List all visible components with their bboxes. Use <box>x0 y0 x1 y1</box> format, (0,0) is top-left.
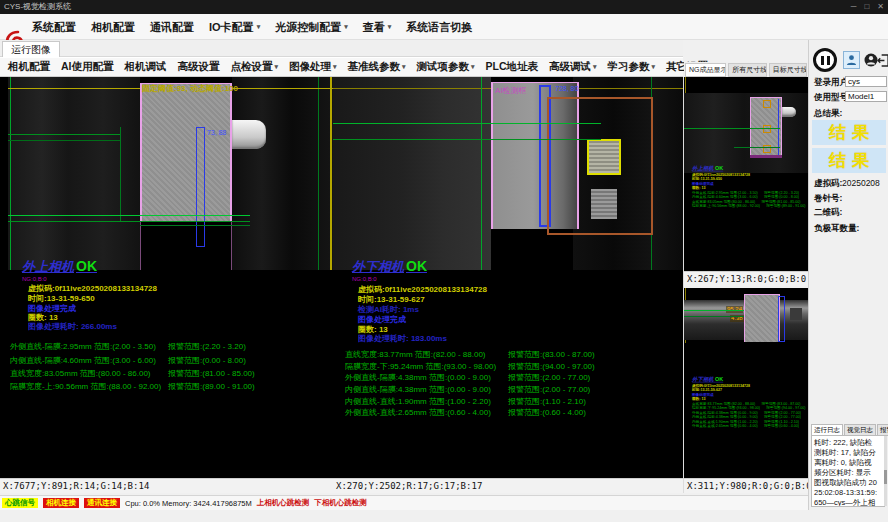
camera-result-title: 外上相机OK <box>22 258 97 276</box>
toolbar-camera-debug[interactable]: 相机调试 <box>125 60 167 74</box>
yellow-roi-box <box>587 139 621 175</box>
elapsed-line: 图像处理耗时: 183.00ms <box>358 333 447 344</box>
measurement-value: 直线宽度:83.77mm 范围:(82.00 - 88.00) <box>345 349 486 360</box>
measurement-value: 外侧直线-隔膜:2.95mm 范围:(2.00 - 3.50) <box>10 341 156 352</box>
chevron-down-icon: ▾ <box>333 63 337 71</box>
pixel-coords-thumb-top: X:267;Y:13;R:0;G:0;B:0 <box>684 271 808 286</box>
toolbar-advanced-debug[interactable]: 高级调试▾ <box>549 60 597 74</box>
camera-view-lower-outer[interactable]: AI检测框 728, 80 外下相机OK NG:0,B:0 虚拟码:0f11iv… <box>333 77 683 478</box>
thumbnail-tab-strip: NG成品显示 所有尺寸线 目标尺寸线 <box>684 62 808 77</box>
thumbnail-result-text: 外上相机 OK 虚拟码:0f11ive20250208133134728 时间:… <box>692 165 814 209</box>
green-line <box>120 127 121 222</box>
lower-camera-heartbeat-warning: 下相机心跳检测 <box>314 498 367 508</box>
toolbar-image-processing[interactable]: 图像处理▾ <box>289 60 337 74</box>
pink-line <box>750 155 782 158</box>
green-line <box>481 77 482 270</box>
comm-link-status-badge: 通讯连接 <box>84 498 120 508</box>
green-line <box>333 139 601 140</box>
thumbnail-view-bottom[interactable]: 95.24 4.38 外下相机 OK 虚拟码:0f11ive2025020813… <box>684 288 808 478</box>
upper-camera-heartbeat-warning: 上相机心跳检测 <box>257 498 310 508</box>
maximize-button[interactable]: □ <box>864 0 869 14</box>
green-line <box>684 310 744 311</box>
menu-item-system-config[interactable]: 系统配置 <box>32 20 76 35</box>
toolbar-test-params[interactable]: 测试项参数▾ <box>417 60 475 74</box>
measurement-value: 内侧直线-直线:1.90mm 范围:(1.00 - 2.20) <box>345 396 491 407</box>
chevron-down-icon: ▾ <box>402 63 406 71</box>
green-line <box>10 77 11 270</box>
tab-run-image[interactable]: 运行图像 <box>2 41 60 57</box>
thumb-tab-all-lines[interactable]: 所有尺寸线 <box>728 63 766 77</box>
menu-item-language[interactable]: 系统语言切换 <box>406 20 472 35</box>
minimize-button[interactable]: ─ <box>851 0 857 14</box>
measurement-value: 内侧直线-隔膜:4.60mm 范围:(3.00 - 6.00) <box>10 355 156 366</box>
green-line <box>684 128 780 129</box>
qr-code-label: 二维码: <box>814 207 842 219</box>
vcode-value: 20250208 <box>842 178 880 188</box>
yellow-line <box>330 77 332 270</box>
image-background <box>333 77 491 270</box>
ai-detect-box-label: AI检测框 <box>495 85 527 96</box>
thumb-tab-ng-display[interactable]: NG成品显示 <box>685 63 726 77</box>
status-ok: OK <box>74 258 97 274</box>
measurement-value: 内侧直线-隔膜:4.38mm 范围:(0.00 - 9.00) <box>345 384 491 395</box>
pause-button[interactable] <box>813 48 837 72</box>
toolbar-spot-check[interactable]: 点检设置▾ <box>231 60 279 74</box>
app-window: CYS-视觉检测系统 ─ □ ✕ 系统配置 相机配置 通讯配置 IO卡配置▾ 光… <box>0 0 888 522</box>
result-display-1: 结果 <box>812 120 886 145</box>
measurement-value: 外侧直线-隔膜:4.38mm 范围:(0.00 - 9.00) <box>345 372 491 383</box>
blue-measure-box <box>778 296 785 342</box>
toolbar-ai-config[interactable]: AI使用配置 <box>61 60 114 74</box>
log-scrollbar-thumb[interactable] <box>884 470 887 484</box>
menu-bar: 系统配置 相机配置 通讯配置 IO卡配置▾ 光源控制配置▾ 查看▾ 系统语言切换 <box>0 14 888 40</box>
measurement-alarm: 报警范围:(0.00 - 8.00) <box>168 355 246 366</box>
connector-tab <box>232 120 266 149</box>
thumb-tab-target-lines[interactable]: 目标尺寸线 <box>769 63 807 77</box>
pixel-coords-thumb-bottom: X:311;Y:980;R:0;G:0;B:0 <box>684 478 808 493</box>
toolbar-camera-config[interactable]: 相机配置 <box>8 60 50 74</box>
close-button[interactable]: ✕ <box>877 0 884 14</box>
thumbnail-result-text: 外下相机 OK 虚拟码:0f11ive20250208133134728 时间:… <box>692 376 814 429</box>
camera-view-upper-outer[interactable]: 固定阈值:93, 动态阈值:100 73, 88 外上相机OK NG:0,B:0… <box>0 77 333 478</box>
image-background <box>684 93 808 173</box>
toolbar-learn-params[interactable]: 学习参数▾ <box>608 60 656 74</box>
measurement-value: 隔膜宽度-上:90.56mm 范围:(88.00 - 92.00) <box>10 381 161 392</box>
chevron-down-icon: ▾ <box>344 23 348 31</box>
vcode-label: 虚拟码: <box>814 178 842 190</box>
toolbar-advanced-settings[interactable]: 高级设置 <box>178 60 220 74</box>
thumbnail-view-top[interactable]: 外上相机 OK 虚拟码:0f11ive20250208133134728 时间:… <box>684 77 808 271</box>
measurement-alarm: 报警范围:(2.00 - 77.00) <box>508 384 590 395</box>
operator-switch-button[interactable] <box>843 51 860 69</box>
green-line <box>140 225 250 226</box>
measurement-alarm: 报警范围:(94.00 - 97.00) <box>508 361 595 372</box>
login-user-field[interactable]: cys <box>845 76 887 87</box>
elapsed-line: 图像处理耗时: 266.00ms <box>28 321 117 332</box>
pause-icon <box>827 56 830 65</box>
model-field[interactable]: Model1 <box>845 91 887 102</box>
logout-button[interactable] <box>875 51 888 69</box>
menu-item-comm-config[interactable]: 通讯配置 <box>150 20 194 35</box>
measurement-value: 直线宽度:83.05mm 范围:(80.00 - 86.00) <box>10 368 151 379</box>
chevron-down-icon: ▾ <box>652 63 656 71</box>
toolbar-baseline-params[interactable]: 基准线参数▾ <box>348 60 406 74</box>
menu-item-camera-config[interactable]: 相机配置 <box>91 20 135 35</box>
camera-image-lower-outer: AI检测框 728, 80 <box>333 77 683 270</box>
measurement-alarm: 报警范围:(89.00 - 91.00) <box>168 381 255 392</box>
chevron-down-icon: ▾ <box>471 63 475 71</box>
menu-item-light-config[interactable]: 光源控制配置▾ <box>275 20 348 35</box>
orange-marker <box>763 100 771 108</box>
toolbar-plc-table[interactable]: PLC地址表 <box>486 60 539 74</box>
green-line <box>684 316 744 317</box>
green-line <box>318 77 319 270</box>
menu-item-io-config[interactable]: IO卡配置▾ <box>209 20 260 35</box>
green-line <box>8 221 250 222</box>
menu-item-view[interactable]: 查看▾ <box>363 20 392 35</box>
separator-region <box>744 294 780 342</box>
dark-blob <box>790 308 802 320</box>
pixel-coords-lower-outer: X:270;Y:2502;R:17;G:17;B:17 <box>333 478 683 493</box>
toolbar: 相机配置 AI使用配置 相机调试 高级设置 点检设置▾ 图像处理▾ 基准线参数▾… <box>0 57 683 77</box>
pink-line <box>140 222 141 270</box>
measurement-alarm: 报警范围:(81.00 - 85.00) <box>168 368 255 379</box>
measurement-alarm: 报警范围:(2.00 - 77.00) <box>508 372 590 383</box>
measurement-value: 隔膜宽度-下:95.24mm 范围:(93.00 - 98.00) <box>345 361 496 372</box>
window-title: CYS-视觉检测系统 <box>4 2 71 11</box>
